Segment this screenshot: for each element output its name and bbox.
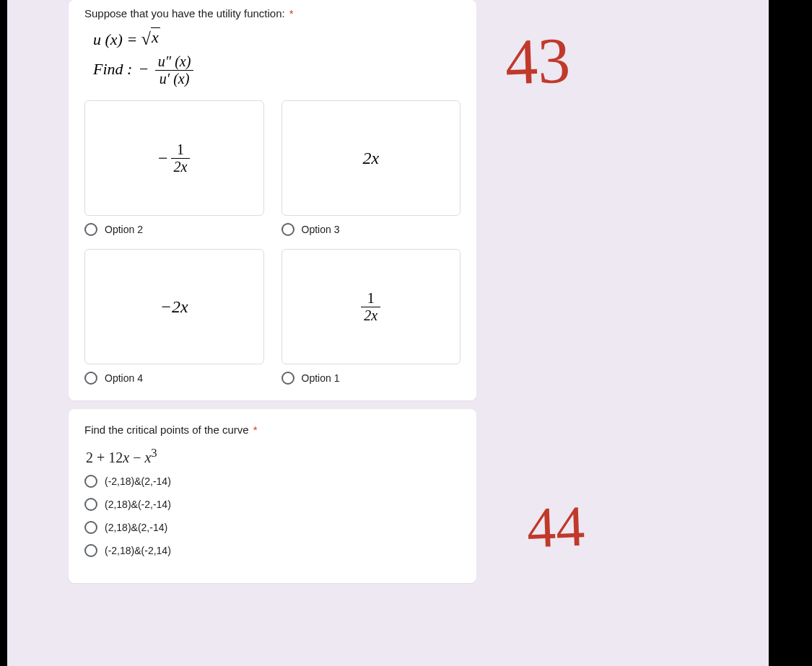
fraction: 1 2x [361,290,380,324]
handwritten-annotation-43: 43 [504,27,571,95]
math-expression: 2 + 12x − x3 [86,446,460,466]
expr-2x: 2x [362,149,379,168]
option-radio-a[interactable]: (-2,18)&(2,-14) [84,475,460,488]
option-radio-d[interactable]: (-2,18)&(-2,14) [84,544,460,557]
option-label: Option 3 [302,224,340,235]
question-card-44: Find the critical points of the curve * … [69,409,476,583]
math-expression: u (x) = √x Find : − u″ (x) u′ (x) [93,30,460,87]
option-label: Option 2 [105,224,143,235]
option-radio-3[interactable]: Option 3 [281,223,461,236]
sqrt-argument: x [151,27,160,47]
required-star: * [253,424,258,436]
fraction: 1 2x [171,141,191,175]
left-black-bar [0,0,7,666]
neg-sign: − [158,149,168,168]
u-equals: u (x) = [93,30,141,48]
find-label: Find : [93,60,132,78]
frac-den: 2x [171,159,191,175]
radio-icon [84,372,97,385]
radio-icon [84,521,97,534]
option-image-2: − 1 2x [84,100,264,216]
option-radio-c[interactable]: (2,18)&(2,-14) [84,521,460,534]
option-image-3: 2x [281,100,461,216]
neg-sign: − [139,60,148,78]
option-cell-4: −2x Option 4 [84,249,264,385]
frac-den: 2x [361,307,380,324]
right-black-bar [769,0,812,666]
expr-neg2x: −2x [160,297,188,317]
radio-icon [84,223,97,236]
option-label: (-2,18)&(2,-14) [105,476,171,487]
handwritten-annotation-44: 44 [526,497,586,557]
radio-icon [84,498,97,511]
frac-num: 1 [361,290,380,307]
question-title: Suppose that you have the utility functi… [84,7,460,19]
options-list: (-2,18)&(2,-14) (2,18)&(-2,-14) (2,18)&(… [84,475,460,557]
math-line-2: Find : − u″ (x) u′ (x) [93,53,460,87]
radio-icon [84,544,97,557]
math-line-1: u (x) = √x [93,30,460,49]
radio-icon [281,372,294,385]
option-cell-2: − 1 2x Option 2 [84,100,264,236]
frac-num: 1 [171,141,191,159]
option-image-4: −2x [84,249,264,364]
option-image-1: 1 2x [281,249,461,364]
required-star: * [289,7,294,19]
option-label: Option 4 [105,372,143,384]
option-label: Option 1 [302,372,340,384]
frac-num: u″ (x) [155,53,194,71]
sqrt-expression: √x [141,30,160,49]
cubic-expr: 2 + 12x − x3 [86,450,157,465]
option-radio-b[interactable]: (2,18)&(-2,-14) [84,498,460,511]
radio-icon [281,223,294,236]
option-cell-3: 2x Option 3 [281,100,461,236]
option-label: (2,18)&(-2,-14) [105,499,171,510]
sqrt-symbol: √ [141,30,151,48]
option-radio-4[interactable]: Option 4 [84,372,264,385]
question-text: Find the critical points of the curve [84,424,249,436]
fraction: u″ (x) u′ (x) [155,53,194,87]
option-radio-1[interactable]: Option 1 [281,372,461,385]
question-title: Find the critical points of the curve * [84,424,460,436]
question-card-43: Suppose that you have the utility functi… [69,0,476,400]
option-label: (-2,18)&(-2,14) [105,545,171,556]
form-column: Suppose that you have the utility functi… [69,0,476,592]
option-radio-2[interactable]: Option 2 [84,223,264,236]
options-grid: − 1 2x Option 2 2x Option [84,100,460,385]
radio-icon [84,475,97,488]
frac-den: u′ (x) [155,71,194,87]
question-text: Suppose that you have the utility functi… [84,7,285,19]
option-label: (2,18)&(2,-14) [105,522,167,533]
option-cell-1: 1 2x Option 1 [281,249,461,385]
